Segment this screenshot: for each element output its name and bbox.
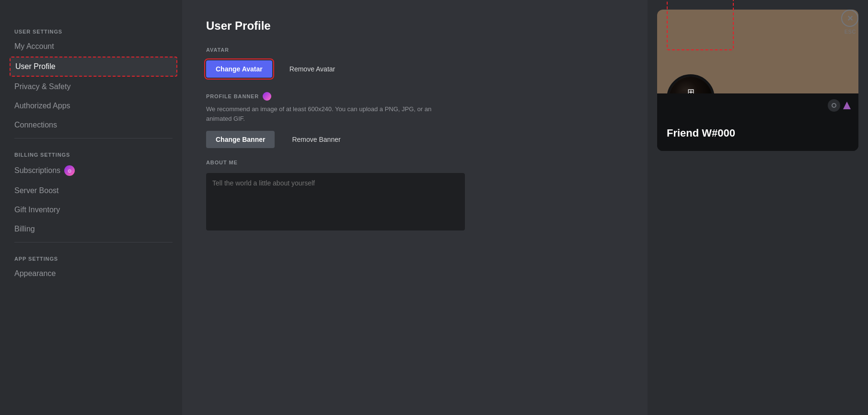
sidebar-divider-2 xyxy=(14,242,173,242)
sidebar-item-gift-inventory[interactable]: Gift Inventory xyxy=(10,201,177,219)
avatar-section: AVATAR Change Avatar Remove Avatar xyxy=(206,47,624,78)
profile-icon-triangle xyxy=(843,102,851,109)
about-me-label: ABOUT ME xyxy=(206,160,624,165)
sidebar-item-label-appearance: Appearance xyxy=(14,269,56,278)
sidebar-item-subscriptions[interactable]: Subscriptions ⊙ xyxy=(10,161,177,181)
profile-banner-section: PROFILE BANNER We recommend an image of … xyxy=(206,92,624,148)
profile-bottom: Friend W#000 xyxy=(657,93,858,151)
sidebar-item-label-gift-inventory: Gift Inventory xyxy=(14,206,60,214)
user-settings-header: USER SETTINGS xyxy=(10,19,177,37)
subscriptions-badge: ⊙ xyxy=(64,165,75,176)
main-content: User Profile AVATAR Change Avatar Remove… xyxy=(182,0,648,415)
sidebar-item-label-authorized-apps: Authorized Apps xyxy=(14,102,70,110)
sidebar-item-label-billing: Billing xyxy=(14,225,35,233)
avatar-label: AVATAR xyxy=(206,47,624,53)
sidebar-item-label-server-boost: Server Boost xyxy=(14,186,58,195)
profile-card-wrapper: ⊞ CHANGEAVATAR xyxy=(657,10,858,151)
avatar-button-row: Change Avatar Remove Avatar xyxy=(206,60,624,78)
sidebar-divider-1 xyxy=(14,138,173,138)
sidebar-item-appearance[interactable]: Appearance xyxy=(10,265,177,283)
sidebar-item-label-privacy-safety: Privacy & Safety xyxy=(14,82,70,91)
banner-button-row: Change Banner Remove Banner xyxy=(206,131,624,148)
sidebar: USER SETTINGS My Account User Profile Pr… xyxy=(0,0,182,415)
profile-banner-label: PROFILE BANNER xyxy=(206,93,259,99)
sidebar-item-connections[interactable]: Connections xyxy=(10,116,177,134)
change-banner-button[interactable]: Change Banner xyxy=(206,131,275,148)
profile-banner-label-row: PROFILE BANNER xyxy=(206,92,624,101)
remove-avatar-button[interactable]: Remove Avatar xyxy=(280,60,345,78)
billing-settings-header: BILLING SETTINGS xyxy=(10,142,177,161)
nitro-icon: ⊙ xyxy=(64,165,75,176)
about-me-textarea[interactable] xyxy=(206,173,465,231)
svg-point-4 xyxy=(833,104,835,107)
nitro-badge-icon xyxy=(263,92,271,101)
profile-icon-dot xyxy=(828,99,840,112)
app-settings-header: APP SETTINGS xyxy=(10,246,177,265)
sidebar-item-server-boost[interactable]: Server Boost xyxy=(10,182,177,200)
banner-description: We recommend an image of at least 600x24… xyxy=(206,104,455,123)
sidebar-item-billing[interactable]: Billing xyxy=(10,220,177,238)
esc-label: ESC xyxy=(845,29,856,35)
sidebar-item-label-user-profile: User Profile xyxy=(15,62,56,71)
nitro-triangle-icon xyxy=(843,102,851,109)
sidebar-item-my-account[interactable]: My Account xyxy=(10,37,177,56)
dot-icon xyxy=(831,102,837,109)
sidebar-item-authorized-apps[interactable]: Authorized Apps xyxy=(10,97,177,115)
remove-banner-button[interactable]: Remove Banner xyxy=(282,131,350,148)
sidebar-item-label-my-account: My Account xyxy=(14,42,54,51)
about-me-section: ABOUT ME xyxy=(206,160,624,232)
sidebar-item-user-profile[interactable]: User Profile xyxy=(10,57,177,77)
profile-banner-background: ⊞ CHANGEAVATAR xyxy=(657,10,858,93)
sidebar-item-label-subscriptions: Subscriptions xyxy=(14,166,60,175)
page-title: User Profile xyxy=(206,19,624,33)
preview-panel: ⊞ CHANGEAVATAR xyxy=(648,0,868,415)
close-button[interactable]: ✕ xyxy=(841,10,858,27)
sidebar-item-label-connections: Connections xyxy=(14,121,57,129)
profile-username: Friend W#000 xyxy=(667,127,849,139)
profile-icons-row xyxy=(828,99,851,112)
sidebar-item-privacy-safety[interactable]: Privacy & Safety xyxy=(10,78,177,96)
profile-card: ⊞ CHANGEAVATAR xyxy=(657,10,858,151)
change-avatar-button[interactable]: Change Avatar xyxy=(206,60,272,78)
